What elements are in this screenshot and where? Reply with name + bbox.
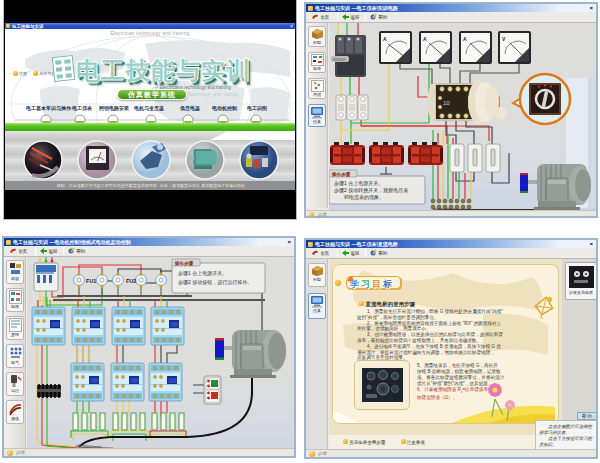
svg-text:A: A	[383, 36, 387, 42]
svg-text:步骤2 按动按钮，进行运行操作。: 步骤2 按动按钮，进行运行操作。	[178, 279, 252, 286]
svg-text:操作步骤: 操作步骤	[174, 260, 194, 267]
svg-text:和电流表的现象。: 和电流表的现象。	[344, 194, 384, 201]
svg-text:FU1: FU1	[86, 278, 96, 284]
svg-text:FU2: FU2	[126, 278, 136, 284]
svg-text:步骤1 合上电源开关。: 步骤1 合上电源开关。	[178, 270, 227, 277]
svg-text:操作步骤: 操作步骤	[331, 171, 351, 178]
svg-text:步骤1 合上电源开关。: 步骤1 合上电源开关。	[334, 180, 383, 187]
svg-text:10: 10	[443, 100, 450, 106]
svg-text:A: A	[463, 36, 467, 42]
svg-text:A: A	[423, 36, 427, 42]
svg-text:步骤2 按动转换开关，观察电压表: 步骤2 按动转换开关，观察电压表	[334, 187, 408, 194]
